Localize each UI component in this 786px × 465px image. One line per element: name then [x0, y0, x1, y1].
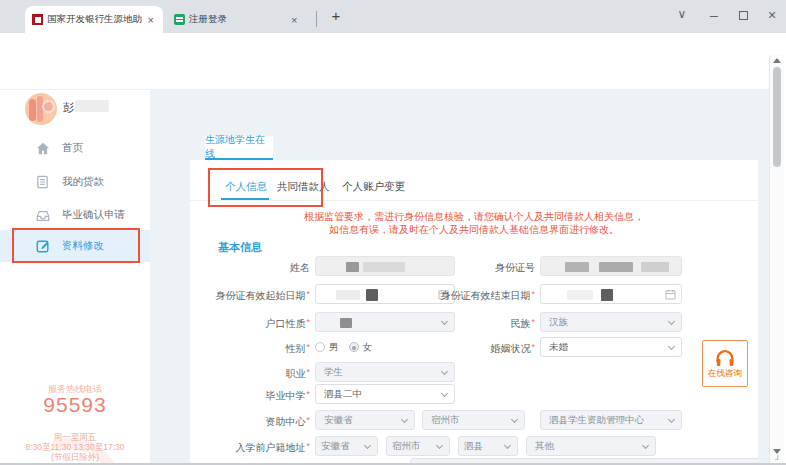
annotation-box-sidebar — [12, 228, 140, 263]
chevron-down-icon — [436, 442, 443, 449]
ethnic-select[interactable]: 汉族 — [540, 312, 682, 332]
notice-line-2: 如信息有误，请及时在个人及共同借款人基础信息界面进行修改。 — [190, 223, 758, 237]
occupation-select[interactable]: 学生 — [315, 362, 455, 382]
window-maximize-button[interactable] — [739, 11, 748, 20]
tab-close-icon[interactable]: × — [289, 14, 299, 26]
document-icon — [36, 175, 52, 189]
ethnic-value: 汉族 — [549, 316, 568, 329]
calendar-icon — [665, 289, 676, 302]
browser-address-bar: ← → sls.cdb.com.cn/#/home/datemodificati… — [0, 33, 786, 57]
scrollbar-up-icon[interactable] — [773, 58, 781, 63]
hotline-number: 95593 — [0, 393, 150, 417]
funding-center-value: 泗县学生资助管理中心 — [549, 414, 644, 427]
address-province-select[interactable]: 安徽省 — [315, 436, 378, 456]
address-province-value: 安徽省 — [321, 440, 350, 453]
address-county-value: 泗县 — [464, 440, 483, 453]
browser-tab-active[interactable]: 国家开发银行生源地助学贷款学生 × — [25, 6, 163, 33]
chevron-down-icon — [441, 368, 448, 375]
browser-tab-register[interactable]: 注册登录 × — [167, 6, 313, 33]
chevron-down-icon — [441, 390, 448, 397]
id-end-date-field[interactable] — [540, 284, 682, 304]
occupation-label: 职业* — [190, 367, 310, 381]
section-title: 基本信息 — [218, 240, 262, 255]
id-number-field — [540, 256, 682, 276]
gender-label: 性别* — [190, 342, 310, 356]
browser-tab-strip: 国家开发银行生源地助学贷款学生 × 注册登录 × + ∨ – × — [0, 0, 786, 33]
user-avatar — [25, 93, 57, 125]
hukou-label: 户口性质* — [190, 317, 310, 331]
chevron-down-icon — [668, 416, 675, 423]
funding-center-label: 资助中心* — [190, 415, 310, 429]
content-panel: 个人信息 共同借款人 个人账户变更 根据监管要求，需进行身份信息核验，请您确认个… — [190, 160, 758, 465]
page-tab-student-online[interactable]: 生源地学生在线 — [205, 136, 273, 160]
online-consult-label: 在线咨询 — [708, 368, 742, 380]
new-tab-button[interactable]: + — [325, 7, 347, 24]
username: 彭 — [63, 100, 74, 115]
home-icon — [36, 142, 52, 155]
gender-radio-group: 男 女 — [315, 338, 382, 356]
sidebar-item-home[interactable]: 首页 — [0, 134, 150, 162]
radio-male-label: 男 — [329, 341, 339, 354]
username-redaction — [75, 100, 109, 112]
tab-title: 国家开发银行生源地助学贷款学生 — [47, 13, 142, 26]
scrollbar-down-icon[interactable] — [773, 449, 781, 454]
funding-city-value: 宿州市 — [431, 414, 460, 427]
funding-city-select[interactable]: 宿州市 — [422, 410, 525, 430]
address-city-value: 宿州市 — [392, 440, 421, 453]
occupation-value: 学生 — [324, 366, 343, 379]
sidebar-item-label: 毕业确认申请 — [62, 208, 125, 222]
funding-center-select[interactable]: 泗县学生资助管理中心 — [540, 410, 682, 430]
funding-province-value: 安徽省 — [324, 414, 353, 427]
scrollbar-thumb[interactable] — [773, 67, 781, 167]
ethnic-label: 民族* — [390, 317, 535, 331]
register-favicon — [174, 14, 185, 25]
headphone-icon — [714, 348, 736, 367]
chevron-down-icon — [642, 442, 649, 449]
school-select[interactable]: 泗县二中 — [315, 384, 455, 404]
funding-province-select[interactable]: 安徽省 — [315, 410, 415, 430]
school-label: 毕业中学* — [190, 389, 310, 403]
app-header: 国家开发银行 CHINA DEVELOPMENT BANK 生源地助学贷款学生在… — [0, 57, 770, 90]
name-label: 姓名 — [190, 261, 310, 275]
tab-divider — [316, 11, 317, 27]
address-other-value: 其他 — [535, 440, 554, 453]
page-tab-label: 生源地学生在线 — [205, 133, 273, 161]
marital-select[interactable]: 未婚 — [540, 337, 682, 357]
tab-title: 注册登录 — [189, 13, 285, 26]
marital-label: 婚姻状况* — [390, 342, 535, 356]
address-other-select[interactable]: 其他 — [526, 436, 656, 456]
marital-value: 未婚 — [549, 341, 568, 354]
tab-account-change[interactable]: 个人账户变更 — [342, 180, 405, 194]
sidebar-item-label: 首页 — [62, 141, 83, 155]
school-value: 泗县二中 — [324, 388, 362, 401]
origin-address-label: 入学前户籍地址* — [190, 441, 310, 455]
address-city-select[interactable]: 宿州市 — [386, 436, 450, 456]
id-end-label: 身份证有效结束日期* — [390, 289, 535, 303]
window-chevron-icon[interactable]: ∨ — [672, 7, 692, 21]
window-close-button[interactable]: × — [762, 7, 782, 23]
radio-female[interactable] — [349, 342, 359, 352]
sidebar-item-label: 我的贷款 — [62, 175, 104, 189]
chevron-down-icon — [401, 416, 408, 423]
online-consult-button[interactable]: 在线咨询 — [702, 340, 748, 387]
chevron-down-icon — [668, 318, 675, 325]
chevron-down-icon — [364, 442, 371, 449]
chevron-down-icon — [511, 416, 518, 423]
chevron-down-icon — [668, 343, 675, 350]
window-minimize-button[interactable]: – — [704, 7, 724, 23]
annotation-box-tabs — [208, 168, 323, 207]
radio-male[interactable] — [315, 342, 325, 352]
address-county-select[interactable]: 泗县 — [458, 436, 518, 456]
inbox-icon — [36, 209, 52, 222]
cdb-favicon — [32, 14, 43, 25]
sidebar-item-graduation-confirm[interactable]: 毕业确认申请 — [0, 201, 150, 229]
chevron-down-icon — [504, 442, 511, 449]
notice-line-1: 根据监管要求，需进行身份信息核验，请您确认个人及共同借款人相关信息， — [190, 210, 758, 224]
radio-female-label: 女 — [363, 341, 373, 354]
id-start-label: 身份证有效起始日期* — [190, 289, 310, 303]
tab-close-icon[interactable]: × — [146, 14, 156, 26]
sidebar-item-my-loans[interactable]: 我的贷款 — [0, 168, 150, 196]
id-number-label: 身份证号 — [390, 261, 535, 275]
